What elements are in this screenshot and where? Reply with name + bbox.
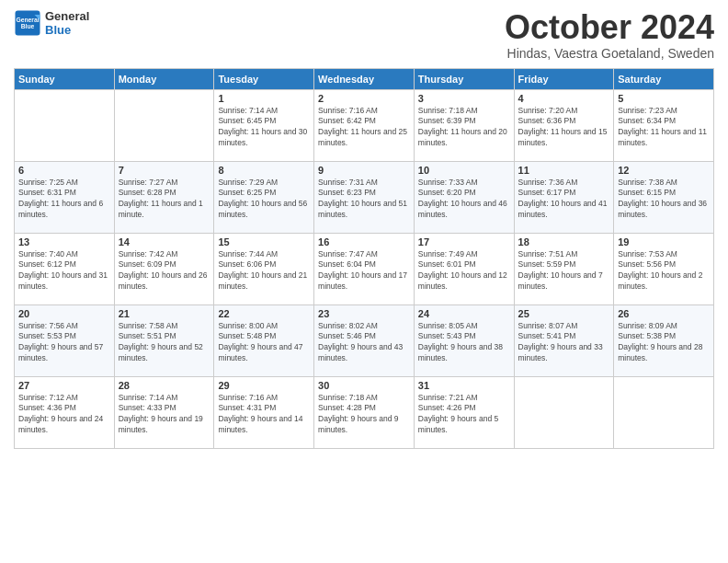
week-row-3: 13Sunrise: 7:40 AM Sunset: 6:12 PM Dayli…	[15, 233, 714, 304]
day-number: 25	[518, 308, 610, 319]
day-number: 3	[418, 93, 510, 104]
day-number: 11	[518, 165, 610, 176]
calendar-cell: 1Sunrise: 7:14 AM Sunset: 6:45 PM Daylig…	[214, 89, 314, 161]
week-row-2: 6Sunrise: 7:25 AM Sunset: 6:31 PM Daylig…	[15, 161, 714, 233]
day-number: 28	[119, 380, 210, 391]
weekday-header-sunday: Sunday	[15, 68, 115, 89]
logo-text: General Blue	[45, 9, 89, 37]
calendar-cell: 12Sunrise: 7:38 AM Sunset: 6:15 PM Dayli…	[614, 161, 714, 233]
day-number: 7	[119, 165, 210, 176]
calendar-cell: 24Sunrise: 8:05 AM Sunset: 5:43 PM Dayli…	[414, 304, 514, 376]
calendar-cell: 20Sunrise: 7:56 AM Sunset: 5:53 PM Dayli…	[15, 304, 115, 376]
day-info: Sunrise: 7:53 AM Sunset: 5:56 PM Dayligh…	[618, 249, 710, 293]
week-row-5: 27Sunrise: 7:12 AM Sunset: 4:36 PM Dayli…	[15, 376, 714, 448]
calendar-cell: 28Sunrise: 7:14 AM Sunset: 4:33 PM Dayli…	[114, 376, 214, 448]
calendar-cell: 14Sunrise: 7:42 AM Sunset: 6:09 PM Dayli…	[114, 233, 214, 304]
weekday-header-tuesday: Tuesday	[214, 68, 314, 89]
day-number: 13	[18, 236, 110, 247]
day-info: Sunrise: 7:49 AM Sunset: 6:01 PM Dayligh…	[418, 249, 510, 293]
day-number: 2	[318, 93, 410, 104]
day-number: 18	[518, 236, 610, 247]
day-info: Sunrise: 7:25 AM Sunset: 6:31 PM Dayligh…	[18, 178, 110, 222]
day-number: 30	[318, 380, 410, 391]
day-info: Sunrise: 7:18 AM Sunset: 4:28 PM Dayligh…	[318, 393, 410, 437]
calendar-cell: 8Sunrise: 7:29 AM Sunset: 6:25 PM Daylig…	[214, 161, 314, 233]
day-number: 29	[218, 380, 310, 391]
day-info: Sunrise: 7:40 AM Sunset: 6:12 PM Dayligh…	[18, 249, 110, 293]
day-info: Sunrise: 8:02 AM Sunset: 5:46 PM Dayligh…	[318, 321, 410, 365]
calendar-cell: 13Sunrise: 7:40 AM Sunset: 6:12 PM Dayli…	[15, 233, 115, 304]
calendar-cell: 4Sunrise: 7:20 AM Sunset: 6:36 PM Daylig…	[514, 89, 614, 161]
calendar-cell: 9Sunrise: 7:31 AM Sunset: 6:23 PM Daylig…	[314, 161, 415, 233]
logo-icon: General Blue	[14, 9, 41, 37]
day-number: 4	[518, 93, 610, 104]
day-info: Sunrise: 8:09 AM Sunset: 5:38 PM Dayligh…	[618, 321, 710, 365]
weekday-header-row: SundayMondayTuesdayWednesdayThursdayFrid…	[15, 68, 714, 89]
day-info: Sunrise: 7:42 AM Sunset: 6:09 PM Dayligh…	[119, 249, 210, 293]
day-number: 9	[318, 165, 410, 176]
day-number: 20	[18, 308, 110, 319]
title-block: October 2024 Hindas, Vaestra Goetaland, …	[505, 9, 714, 61]
day-info: Sunrise: 7:27 AM Sunset: 6:28 PM Dayligh…	[119, 178, 210, 222]
day-number: 22	[218, 308, 310, 319]
weekday-header-thursday: Thursday	[414, 68, 514, 89]
calendar-cell: 29Sunrise: 7:16 AM Sunset: 4:31 PM Dayli…	[214, 376, 314, 448]
day-info: Sunrise: 7:33 AM Sunset: 6:20 PM Dayligh…	[418, 178, 510, 222]
day-info: Sunrise: 7:31 AM Sunset: 6:23 PM Dayligh…	[318, 178, 410, 222]
day-info: Sunrise: 7:16 AM Sunset: 6:42 PM Dayligh…	[318, 106, 410, 150]
day-info: Sunrise: 7:56 AM Sunset: 5:53 PM Dayligh…	[18, 321, 110, 365]
week-row-1: 1Sunrise: 7:14 AM Sunset: 6:45 PM Daylig…	[15, 89, 714, 161]
calendar-table: SundayMondayTuesdayWednesdayThursdayFrid…	[14, 68, 714, 449]
calendar-cell: 18Sunrise: 7:51 AM Sunset: 5:59 PM Dayli…	[514, 233, 614, 304]
day-number: 15	[218, 236, 310, 247]
day-info: Sunrise: 7:20 AM Sunset: 6:36 PM Dayligh…	[518, 106, 610, 150]
weekday-header-monday: Monday	[114, 68, 214, 89]
day-number: 23	[318, 308, 410, 319]
day-info: Sunrise: 7:36 AM Sunset: 6:17 PM Dayligh…	[518, 178, 610, 222]
calendar-cell: 3Sunrise: 7:18 AM Sunset: 6:39 PM Daylig…	[414, 89, 514, 161]
day-number: 19	[618, 236, 710, 247]
day-number: 5	[618, 93, 710, 104]
day-number: 17	[418, 236, 510, 247]
calendar-cell: 26Sunrise: 8:09 AM Sunset: 5:38 PM Dayli…	[614, 304, 714, 376]
day-number: 16	[318, 236, 410, 247]
day-info: Sunrise: 7:14 AM Sunset: 4:33 PM Dayligh…	[119, 393, 210, 437]
day-number: 8	[218, 165, 310, 176]
day-number: 10	[418, 165, 510, 176]
calendar-cell	[114, 89, 214, 161]
day-info: Sunrise: 8:07 AM Sunset: 5:41 PM Dayligh…	[518, 321, 610, 365]
weekday-header-friday: Friday	[514, 68, 614, 89]
day-info: Sunrise: 7:58 AM Sunset: 5:51 PM Dayligh…	[119, 321, 210, 365]
calendar-cell: 25Sunrise: 8:07 AM Sunset: 5:41 PM Dayli…	[514, 304, 614, 376]
day-info: Sunrise: 8:00 AM Sunset: 5:48 PM Dayligh…	[218, 321, 310, 365]
svg-text:Blue: Blue	[21, 23, 35, 29]
calendar-cell: 15Sunrise: 7:44 AM Sunset: 6:06 PM Dayli…	[214, 233, 314, 304]
day-number: 14	[119, 236, 210, 247]
day-info: Sunrise: 7:44 AM Sunset: 6:06 PM Dayligh…	[218, 249, 310, 293]
calendar-cell	[514, 376, 614, 448]
day-info: Sunrise: 8:05 AM Sunset: 5:43 PM Dayligh…	[418, 321, 510, 365]
calendar-cell: 23Sunrise: 8:02 AM Sunset: 5:46 PM Dayli…	[314, 304, 415, 376]
weekday-header-wednesday: Wednesday	[314, 68, 415, 89]
calendar-cell: 31Sunrise: 7:21 AM Sunset: 4:26 PM Dayli…	[414, 376, 514, 448]
calendar-cell: 11Sunrise: 7:36 AM Sunset: 6:17 PM Dayli…	[514, 161, 614, 233]
day-number: 12	[618, 165, 710, 176]
calendar-cell: 27Sunrise: 7:12 AM Sunset: 4:36 PM Dayli…	[15, 376, 115, 448]
calendar-page: General Blue General Blue October 2024 H…	[0, 0, 728, 563]
month-title: October 2024	[505, 9, 714, 46]
day-info: Sunrise: 7:21 AM Sunset: 4:26 PM Dayligh…	[418, 393, 510, 437]
day-info: Sunrise: 7:47 AM Sunset: 6:04 PM Dayligh…	[318, 249, 410, 293]
calendar-cell: 22Sunrise: 8:00 AM Sunset: 5:48 PM Dayli…	[214, 304, 314, 376]
weekday-header-saturday: Saturday	[614, 68, 714, 89]
calendar-cell	[15, 89, 115, 161]
calendar-cell	[614, 376, 714, 448]
calendar-cell: 6Sunrise: 7:25 AM Sunset: 6:31 PM Daylig…	[15, 161, 115, 233]
calendar-cell: 30Sunrise: 7:18 AM Sunset: 4:28 PM Dayli…	[314, 376, 415, 448]
day-number: 6	[18, 165, 110, 176]
svg-text:General: General	[16, 17, 39, 23]
day-number: 24	[418, 308, 510, 319]
day-info: Sunrise: 7:38 AM Sunset: 6:15 PM Dayligh…	[618, 178, 710, 222]
day-number: 31	[418, 380, 510, 391]
logo: General Blue General Blue	[14, 9, 89, 37]
calendar-cell: 16Sunrise: 7:47 AM Sunset: 6:04 PM Dayli…	[314, 233, 415, 304]
